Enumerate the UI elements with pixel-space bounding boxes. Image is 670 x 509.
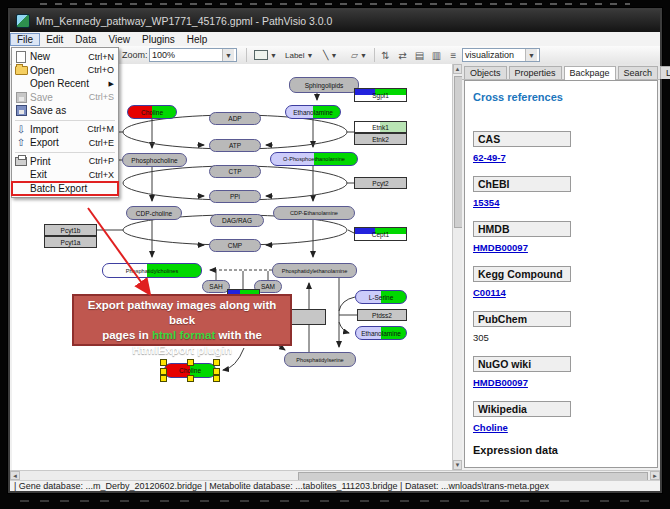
annotation-highlight: html format (152, 329, 215, 341)
zoom-combobox[interactable]: 100% ▼ (149, 48, 237, 62)
node-cdp-choline[interactable]: CDP-choline (126, 206, 182, 220)
selection-handle[interactable] (160, 375, 167, 382)
node-pcyt2[interactable]: Pcyt2 (354, 177, 407, 189)
menu-item-save-as[interactable]: Save as (12, 104, 118, 118)
menu-item-label: New (30, 51, 84, 62)
side-panel-tabs: ObjectsPropertiesBackpageSearchLegend (462, 64, 660, 80)
shape-tool-button[interactable]: ▱ ▼ (348, 48, 370, 62)
datasource-header: CAS (473, 131, 571, 147)
menu-item-print[interactable]: PrintCtrl+P (12, 155, 118, 169)
node-cept1[interactable]: Cept1 (354, 227, 407, 241)
node-pcyt1b[interactable]: Pcyt1b (44, 224, 97, 236)
menu-item-open[interactable]: OpenCtrl+O (12, 64, 118, 78)
selection-handle[interactable] (187, 359, 194, 366)
node-adp[interactable]: ADP (209, 112, 261, 125)
node-l-serine[interactable]: L-Serine (355, 290, 407, 304)
menu-icon-blank (14, 183, 28, 194)
menubar-item-data[interactable]: Data (69, 33, 102, 46)
menu-separator (15, 152, 115, 153)
chevron-down-icon: ▼ (270, 52, 277, 59)
tab-backpage[interactable]: Backpage (564, 66, 616, 80)
menubar-item-plugins[interactable]: Plugins (136, 33, 181, 46)
datanode-tool-button[interactable]: ▼ (251, 48, 280, 62)
scroll-up-icon[interactable]: ▲ (453, 64, 462, 74)
node-sah[interactable]: SAH (202, 280, 230, 293)
label-tool-button[interactable]: Label ▼ (282, 48, 317, 62)
menu-item-import[interactable]: ImportCtrl+M (12, 123, 118, 137)
node-ethanolamine-bottom[interactable]: Ethanolamine (355, 326, 407, 340)
backpage-section-kegg-compound: Kegg CompoundC00114 (473, 264, 649, 298)
crossref-link[interactable]: 62-49-7 (473, 152, 506, 163)
selection-handle[interactable] (160, 368, 167, 375)
distribute-vertical-icon[interactable]: ▥ (429, 48, 444, 62)
menu-item-exit[interactable]: ExitCtrl+X (12, 168, 118, 182)
node-etnk2[interactable]: Etnk2 (354, 133, 407, 145)
selection-handle[interactable] (160, 359, 167, 366)
node-label: Phosphatidylserine (296, 357, 343, 363)
tab-search[interactable]: Search (618, 66, 659, 79)
tab-objects[interactable]: Objects (464, 66, 507, 79)
crossref-link[interactable]: HMDB00097 (473, 242, 528, 253)
crossref-link[interactable]: Choline (473, 422, 508, 433)
stack-icon[interactable]: ≡ (446, 48, 461, 62)
vertical-scrollbar[interactable]: ▲ ▼ (452, 64, 462, 470)
horizontal-scrollbar[interactable]: ◄ ► (10, 470, 660, 480)
menubar-item-help[interactable]: Help (181, 33, 214, 46)
scroll-down-icon[interactable]: ▼ (453, 460, 462, 470)
menubar-item-file[interactable]: File (10, 33, 40, 46)
crossref-link[interactable]: C00114 (473, 287, 506, 298)
node-dag-rag[interactable]: DAG/RAG (210, 214, 264, 227)
menubar-item-view[interactable]: View (102, 33, 136, 46)
expression-data-heading: Expression data (473, 444, 649, 456)
node-pcyt1a[interactable]: Pcyt1a (44, 236, 97, 248)
node-ctp[interactable]: CTP (209, 165, 261, 178)
scroll-left-icon[interactable]: ◄ (10, 471, 20, 480)
node-phosphatidylserine[interactable]: Phosphatidylserine (284, 352, 356, 367)
node-o-phosphoethanolamine[interactable]: O-Phosphoethanolamine (270, 152, 358, 166)
menu-shortcut: Ctrl+E (89, 138, 114, 148)
node-sphingolipids[interactable]: Sphingolipids (289, 77, 359, 93)
node-ptdss2[interactable]: Ptdss2 (357, 309, 407, 321)
tab-properties[interactable]: Properties (509, 66, 562, 79)
node-phosphatidylcholines[interactable]: Phosphatidylcholines (102, 263, 202, 278)
distribute-horizontal-icon[interactable]: ▤ (412, 48, 427, 62)
node-phosphatidylethanolamine[interactable]: Phosphatidylethanolamine (272, 263, 357, 278)
node-choline-selected[interactable]: Choline (164, 363, 216, 378)
selection-handle[interactable] (213, 375, 220, 382)
menu-item-batch-export[interactable]: Batch Export (12, 182, 118, 196)
chevron-down-icon[interactable]: ▼ (222, 49, 234, 61)
menu-item-open-recent[interactable]: Open Recent▶ (12, 77, 118, 91)
scroll-right-icon[interactable]: ► (650, 471, 660, 480)
node-cdp-ethanolamine[interactable]: CDP-Ethanolamine (273, 206, 355, 220)
crossref-link[interactable]: 15354 (473, 197, 499, 208)
crossref-link[interactable]: HMDB00097 (473, 377, 528, 388)
chevron-down-icon[interactable]: ▼ (525, 49, 537, 61)
menubar-item-edit[interactable]: Edit (40, 33, 69, 46)
node-ppi[interactable]: PPi (209, 190, 261, 203)
align-horizontal-center-icon[interactable]: ⇄ (395, 48, 410, 62)
node-phosphocholine[interactable]: Phosphocholine (122, 153, 187, 167)
selection-handle[interactable] (213, 359, 220, 366)
node-etnk1[interactable]: Etnk1 (354, 121, 407, 133)
menu-item-save[interactable]: SaveCtrl+S (12, 91, 118, 105)
node-label: Cept1 (372, 231, 389, 238)
menu-item-label: Open (30, 65, 84, 76)
align-vertical-center-icon[interactable]: ⇅ (378, 48, 393, 62)
line-tool-button[interactable]: ╲ ▼ (320, 48, 340, 62)
node-gene-box-partial[interactable] (290, 309, 326, 325)
tab-legend[interactable]: Legend (660, 66, 670, 79)
menu-item-export[interactable]: ExportCtrl+E (12, 136, 118, 150)
visualization-combobox[interactable]: visualization ▼ (462, 48, 540, 62)
node-cmp[interactable]: CMP (209, 239, 261, 252)
title-bar[interactable]: Mm_Kennedy_pathway_WP1771_45176.gpml - P… (10, 10, 660, 32)
node-label: O-Phosphoethanolamine (283, 156, 345, 162)
node-label: CDP-Ethanolamine (290, 210, 338, 216)
node-label: L-Serine (369, 294, 394, 301)
node-ethanolamine-top[interactable]: Ethanolamine (285, 105, 341, 119)
node-choline-top[interactable]: Choline (127, 105, 177, 119)
menu-item-new[interactable]: NewCtrl+N (12, 50, 118, 64)
selection-handle[interactable] (187, 375, 194, 382)
node-sgpl1[interactable]: Sgpl1 (354, 88, 407, 102)
selection-handle[interactable] (213, 368, 220, 375)
node-atp[interactable]: ATP (209, 139, 261, 152)
